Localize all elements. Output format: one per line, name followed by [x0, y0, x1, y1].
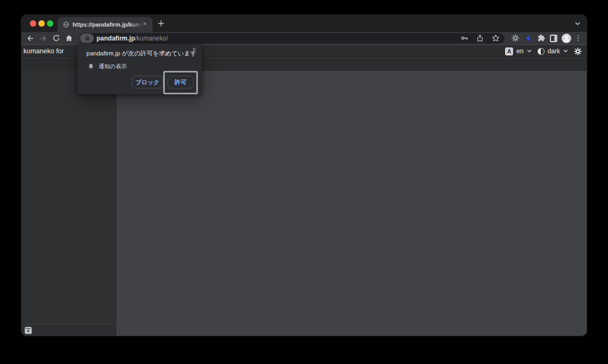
- window-minimize-button[interactable]: [38, 20, 45, 27]
- contrast-icon: [538, 48, 545, 55]
- reload-icon[interactable]: [50, 33, 62, 44]
- language-selector[interactable]: A en: [505, 47, 531, 55]
- url-domain: pandafirm.jp: [97, 35, 135, 42]
- url-bar[interactable]: pandafirm.jp/kumaneko/: [79, 33, 505, 44]
- close-icon[interactable]: ×: [190, 46, 198, 53]
- tab-close-icon[interactable]: ×: [141, 20, 149, 28]
- theme-value: dark: [548, 47, 560, 55]
- home-icon[interactable]: [62, 33, 75, 44]
- forward-icon[interactable]: [37, 33, 50, 44]
- url-path: /kumaneko/: [135, 35, 168, 42]
- language-value: en: [516, 47, 523, 55]
- sidebar-footer: [21, 324, 116, 336]
- side-panel-icon[interactable]: [547, 33, 560, 44]
- site-brand[interactable]: kumaneko for: [23, 47, 64, 55]
- menu-kebab-icon[interactable]: [573, 33, 583, 44]
- chevron-down-icon: [527, 50, 532, 53]
- browser-window: https://pandafirm.jp/kumaneko × pandafir: [21, 15, 587, 336]
- bookmark-star-icon[interactable]: [490, 33, 501, 44]
- tab-title: https://pandafirm.jp/kumaneko: [73, 17, 143, 32]
- sidebar: [21, 71, 116, 336]
- permission-dialog-title: pandafirm.jp が次の許可を求めています: [86, 50, 188, 58]
- lock-icon: [84, 35, 91, 42]
- theme-selector[interactable]: dark: [538, 47, 568, 55]
- globe-icon: [62, 21, 70, 28]
- window-close-button[interactable]: [30, 20, 36, 27]
- key-icon[interactable]: [459, 33, 470, 44]
- settings-gear-icon[interactable]: [574, 47, 582, 55]
- add-window-icon[interactable]: [25, 327, 32, 334]
- url-text: pandafirm.jp/kumaneko/: [97, 35, 168, 42]
- back-icon[interactable]: [24, 33, 37, 44]
- tab-strip: https://pandafirm.jp/kumaneko ×: [21, 15, 587, 32]
- bolt-extension-icon[interactable]: [522, 33, 534, 44]
- bell-icon: [88, 63, 94, 70]
- tab-search-chevron-icon[interactable]: [575, 22, 580, 26]
- permission-dialog: pandafirm.jp が次の許可を求めています × 通知の表示 ブロック 許…: [77, 44, 202, 94]
- permission-label: 通知の表示: [99, 63, 127, 70]
- share-icon[interactable]: [474, 33, 486, 44]
- extensions-puzzle-icon[interactable]: [534, 33, 547, 44]
- translate-icon: A: [505, 47, 513, 55]
- profile-avatar[interactable]: [560, 33, 573, 44]
- browser-tab[interactable]: https://pandafirm.jp/kumaneko ×: [58, 17, 153, 32]
- site-info-chip[interactable]: [80, 34, 94, 43]
- block-button[interactable]: ブロック: [132, 76, 163, 88]
- browser-toolbar: pandafirm.jp/kumaneko/: [21, 32, 587, 45]
- allow-button[interactable]: 許可: [167, 76, 194, 88]
- new-tab-button[interactable]: [157, 20, 165, 27]
- main-panel: [116, 71, 587, 336]
- extension-gear-icon[interactable]: [509, 33, 522, 44]
- chevron-down-icon: [563, 50, 568, 53]
- window-zoom-button[interactable]: [47, 20, 53, 27]
